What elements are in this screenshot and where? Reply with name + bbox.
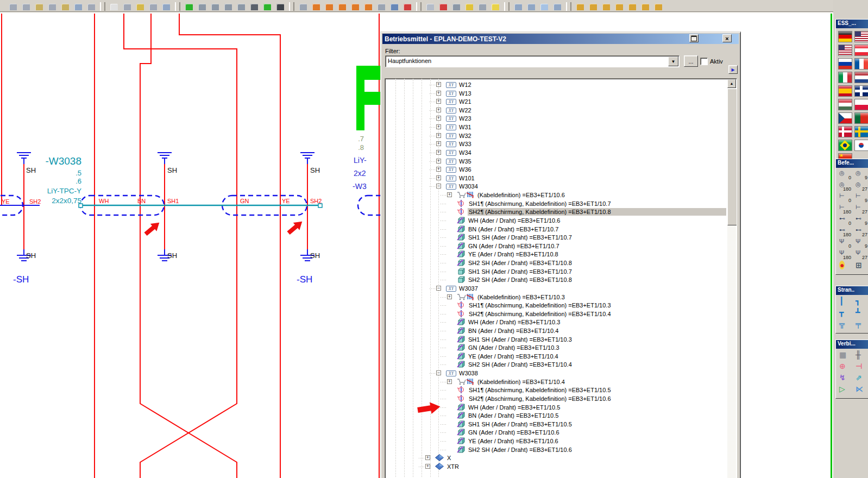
tool-button[interactable]: ▷ [838,385,853,396]
expand-toggle-icon[interactable]: + [436,150,441,155]
tool-button[interactable]: ╦ [838,319,853,331]
tree-item[interactable]: SH1¶ (Abschirmung, Kabeldefinition) =EB3… [385,199,727,208]
flag-fr-icon[interactable] [854,58,868,70]
tool-button[interactable]: Ψ0 [838,238,853,249]
tree-item[interactable]: +XYW12 [385,80,727,89]
expand-toggle-icon[interactable]: + [436,133,441,138]
tree-item[interactable]: +XYW13 [385,89,727,98]
filter-combobox[interactable]: Hauptfunktionen ▼ [385,55,680,67]
side-panel-title[interactable]: Verbi... [836,340,868,349]
cable-line-handle[interactable] [318,204,322,207]
tree-item[interactable]: SH2 SH (Ader / Draht) =EB3+ET1/10.4 [385,360,727,369]
tool-button[interactable]: ⊣ [854,362,868,373]
tree-item[interactable]: SH1 SH (Ader / Draht) =EB3+ET1/10.5 [385,420,727,429]
expand-toggle-icon[interactable]: + [447,192,452,197]
tree-item[interactable]: +(Kabeldefinition) =EB3+ET1/10.4 [385,378,727,386]
side-panel-title[interactable]: Befe... [836,159,868,168]
tool-button[interactable]: ⊷180 [838,227,853,238]
flag-nl-icon[interactable] [854,72,868,83]
expand-toggle-icon[interactable]: − [436,286,441,291]
tree-item[interactable]: +(Kabeldefinition) =EB3+ET1/10.6 [385,191,727,199]
tree-item[interactable]: SH1¶ (Abschirmung, Kabeldefinition) =EB3… [385,301,727,310]
flag-pl-icon[interactable] [854,99,868,110]
tool-button[interactable]: ⊕ [838,362,853,373]
expand-toggle-icon[interactable]: + [436,175,441,180]
tree-item[interactable]: SH1 SH (Ader / Draht) =EB3+ET1/10.7 [385,267,727,276]
tool-button[interactable]: ⊢9 [854,192,868,204]
chevron-down-icon[interactable]: ▼ [668,56,678,66]
tool-button[interactable]: Ψ9 [854,238,868,249]
scrollbar-thumb[interactable] [727,89,737,225]
expand-toggle-icon[interactable]: + [425,464,430,469]
tree-scrollbar[interactable]: ▲ [727,79,736,478]
tree-item[interactable]: SH1 SH (Ader / Draht) =EB3+ET1/10.7 [385,233,727,242]
expand-toggle-icon[interactable]: + [436,141,441,146]
tool-button[interactable]: ⊢27 [854,204,868,215]
expand-toggle-icon[interactable]: + [436,108,441,112]
tree-item[interactable]: BN (Ader / Draht) =EB3+ET1/10.4 [385,326,727,335]
flag-cz-icon[interactable] [838,112,852,124]
expand-toggle-icon[interactable]: + [436,124,441,129]
flag-dk-icon[interactable] [838,126,852,137]
tree-item[interactable]: +XYW35 [385,157,727,166]
expand-toggle-icon[interactable]: − [436,184,441,188]
tree-item[interactable]: WH (Ader / Draht) =EB3+ET1/10.6 [385,216,727,225]
tree-item[interactable]: +XYW31 [385,123,727,131]
tool-button[interactable]: ╫ [854,350,868,362]
tree-item[interactable]: +XYW22 [385,106,727,115]
expand-toggle-icon[interactable]: − [436,370,441,375]
dialog-print-button[interactable] [689,34,699,42]
expand-toggle-icon[interactable]: + [436,82,441,87]
side-panel-title[interactable]: ESS_... [836,20,868,28]
dialog-titlebar[interactable]: Betriebsmittel - EPLAN-DEMO-TEST-V2 [382,34,739,44]
tree-item[interactable]: WH (Ader / Draht) =EB3+ET1/10.3 [385,318,727,326]
tree-item[interactable]: −XYW3034 [385,182,727,191]
expand-toggle-icon[interactable]: + [447,294,452,299]
tree-item[interactable]: +XYW36 [385,165,727,174]
flag-hu-icon[interactable] [838,99,852,110]
tool-button[interactable]: ⊷9 [854,215,868,227]
tree-item[interactable]: +XYW33 [385,140,727,148]
nav-forward-button[interactable]: ▶ [728,65,738,74]
flag-ru-icon[interactable] [838,58,852,70]
dialog-close-button[interactable]: × [722,34,732,42]
tool-button[interactable]: Ψ180 [838,249,853,261]
tool-button[interactable]: ╤ [854,319,868,331]
scroll-up-button[interactable]: ▲ [727,79,736,88]
tool-button[interactable]: ◎9 [854,169,868,181]
tool-button[interactable]: ⊞ [854,261,868,272]
tree-item[interactable]: +(Kabeldefinition) =EB3+ET1/10.3 [385,293,727,301]
tool-button[interactable]: ┻ [854,308,868,319]
flag-us-icon[interactable] [854,31,868,42]
expand-toggle-icon[interactable]: + [436,116,441,121]
flag-pt-icon[interactable] [854,112,868,124]
tree-item[interactable]: SH2 SH (Ader / Draht) =EB3+ET1/10.6 [385,445,727,454]
tool-button[interactable]: ⊢0 [838,192,853,204]
tool-button[interactable]: ▦ [838,350,853,362]
tool-button[interactable]: ⊷27 [854,227,868,238]
tree-item[interactable]: −XYW3037 [385,284,727,293]
tree-item[interactable]: +XYW34 [385,148,727,157]
tree-item[interactable]: −XYW3038 [385,369,727,378]
expand-toggle-icon[interactable]: + [436,167,441,172]
tree-item[interactable]: YE (Ader / Draht) =EB3+ET1/10.4 [385,352,727,361]
flag-it-icon[interactable] [838,72,852,83]
tree-item[interactable]: SH1¶ (Abschirmung, Kabeldefinition) =EB3… [385,386,727,394]
flag-kr-icon[interactable] [854,140,868,151]
expand-toggle-icon[interactable]: + [425,455,430,460]
tree-item[interactable]: +XYW101 [385,174,727,183]
flag-se-icon[interactable] [854,126,868,137]
tree-item[interactable]: YE (Ader / Draht) =EB3+ET1/10.6 [385,437,727,445]
tool-button[interactable]: ⇗ [854,373,868,385]
tree-item[interactable]: SH1 SH (Ader / Draht) =EB3+ET1/10.3 [385,335,727,344]
tree-item[interactable]: GN (Ader / Draht) =EB3+ET1/10.3 [385,343,727,352]
tree-item[interactable]: SH2¶ (Abschirmung, Kabeldefinition) =EB3… [385,207,727,216]
flag-es-icon[interactable] [838,85,852,97]
tree-item[interactable]: SH2 SH (Ader / Draht) =EB3+ET1/10.8 [385,275,727,284]
filter-more-button[interactable]: ... [684,55,698,67]
aktiv-checkbox[interactable] [700,58,708,65]
tree-item[interactable]: +XYW32 [385,131,727,140]
tree-item[interactable]: YE (Ader / Draht) =EB3+ET1/10.8 [385,250,727,259]
tool-button[interactable]: ┳ [838,308,853,319]
tool-button[interactable]: ┓ [854,297,868,308]
